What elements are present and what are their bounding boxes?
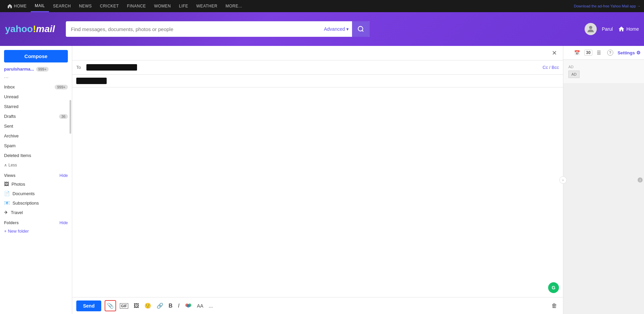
nav-news[interactable]: NEWS [75,0,96,12]
new-folder-button[interactable]: + New folder [0,227,72,236]
nav-search[interactable]: SEARCH [49,0,75,12]
compose-toolbar: Send 📎 GIF 🖼 🙂 🔗 B [72,297,563,314]
nav-finance[interactable]: FINANCE [123,0,150,12]
compose-area: ✕ To Cc / Bcc G Send [72,46,563,314]
svg-point-0 [589,26,592,29]
subject-block[interactable] [76,78,107,84]
nav-life[interactable]: LIFE [175,0,192,12]
sidebar-item-documents[interactable]: 📄 Documents [0,189,72,198]
notification-count-button[interactable]: 30 [584,50,592,56]
nav-more[interactable]: MORE... [221,0,246,12]
sidebar-item-spam[interactable]: Spam [0,141,72,151]
delete-button[interactable]: 🗑 [550,301,559,311]
gif-icon: GIF [120,303,128,309]
font-size-icon: AA [197,303,204,309]
photos-icon: 🖼 [4,181,9,187]
user-name[interactable]: Parul [602,26,613,32]
help-button[interactable]: ? [606,49,615,57]
avatar[interactable] [585,23,597,35]
compose-subject-row [72,75,563,87]
bold-icon: B [169,303,173,309]
sidebar-item-unread[interactable]: Unread [0,92,72,102]
views-hide-button[interactable]: Hide [59,173,68,178]
gif-button[interactable]: GIF [118,302,130,310]
ad-banner-link[interactable]: Download the ad-free Yahoo Mail app → [574,4,641,8]
header: yahoo!mail Advanced ▾ Parul Home [0,12,644,46]
compose-window: ✕ To Cc / Bcc G Send [72,46,563,314]
list-icon: ☰ [597,50,601,55]
chevron-down-icon: ▾ [346,26,349,32]
compose-button[interactable]: Compose [4,50,68,62]
calendar-icon: 📅 [574,50,580,55]
to-input[interactable] [139,65,543,70]
link-icon: 🔗 [157,303,163,309]
italic-icon: I [178,303,179,309]
emoji-icon: 🙂 [144,303,151,309]
compose-header: ✕ [72,46,563,60]
nav-weather[interactable]: WEATHER [192,0,222,12]
sidebar: Compose parulsharma... 999+ ... Inbox 99… [0,46,72,314]
sidebar-item-travel[interactable]: ✈ Travel [0,208,72,217]
search-bar: Advanced ▾ [66,21,370,37]
compose-body[interactable]: G [72,87,563,297]
link-button[interactable]: 🔗 [155,301,165,311]
info-icon: i [638,178,643,183]
cc-bcc-toggle[interactable]: Cc / Bcc [543,65,559,70]
bold-button[interactable]: B [167,301,175,311]
insert-image-button[interactable]: 🖼 [132,301,141,311]
sidebar-item-subscriptions[interactable]: 📧 Subscriptions [0,198,72,208]
compose-to-row: To Cc / Bcc [72,60,563,75]
compose-close-button[interactable]: ✕ [550,49,559,57]
to-label: To [76,65,83,70]
list-view-button[interactable]: ☰ [595,49,603,56]
sidebar-item-archive[interactable]: Archive [0,131,72,141]
settings-link[interactable]: Settings ⚙ [618,50,641,55]
sidebar-item-drafts[interactable]: Drafts 36 [0,111,72,121]
right-panel: 📅 30 ☰ ? Settings ⚙ › i AD AD [563,46,644,314]
search-button[interactable] [352,21,370,37]
top-navigation: HOME MAIL SEARCH NEWS CRICKET FINANCE WO… [0,0,644,12]
grammarly-button[interactable]: G [548,282,559,293]
search-input[interactable] [66,26,321,32]
expand-panel-button[interactable]: › [559,176,567,184]
subscriptions-icon: 📧 [4,200,10,206]
sidebar-item-deleted[interactable]: Deleted Items [0,151,72,160]
sidebar-item-photos[interactable]: 🖼 Photos [0,179,72,189]
to-recipient-tag[interactable] [86,64,137,71]
more-options-button[interactable]: ... [207,301,215,310]
nav-mail[interactable]: MAIL [31,0,49,12]
trash-icon: 🗑 [552,303,557,309]
italic-button[interactable]: I [176,301,181,311]
views-section-header: Views Hide [0,170,72,179]
travel-icon: ✈ [4,210,8,215]
calendar-button[interactable]: 📅 [572,49,582,56]
documents-icon: 📄 [4,191,10,196]
image-icon: 🖼 [134,303,139,309]
attach-button[interactable]: 📎 [105,300,116,311]
svg-point-3 [187,304,190,308]
sidebar-item-sent[interactable]: Sent [0,121,72,131]
nav-women[interactable]: WOMEN [150,0,175,12]
sidebar-dots: ... [0,73,72,82]
sidebar-scrollbar[interactable] [70,100,71,134]
sidebar-item-starred[interactable]: Starred [0,102,72,111]
color-button[interactable] [183,301,193,311]
advanced-search-toggle[interactable]: Advanced ▾ [321,26,352,32]
help-icon: ? [607,50,613,56]
folders-hide-button[interactable]: Hide [59,220,68,225]
folders-section-header: Folders Hide [0,217,72,227]
send-button[interactable]: Send [76,300,101,311]
nav-cricket[interactable]: CRICKET [96,0,123,12]
ad-area: AD AD [563,60,644,83]
less-toggle[interactable]: ∧ Less [0,160,72,170]
to-field-area [86,64,543,71]
more-icon: ... [209,303,213,309]
header-right: Parul Home [585,23,639,35]
nav-home[interactable]: HOME [3,0,31,12]
gear-icon: ⚙ [636,50,641,55]
sidebar-item-inbox[interactable]: Inbox 999+ [0,82,72,92]
home-link[interactable]: Home [618,26,639,32]
font-size-button[interactable]: AA [195,302,205,310]
emoji-button[interactable]: 🙂 [143,301,153,311]
user-email[interactable]: parulsharma... 999+ [0,67,72,73]
